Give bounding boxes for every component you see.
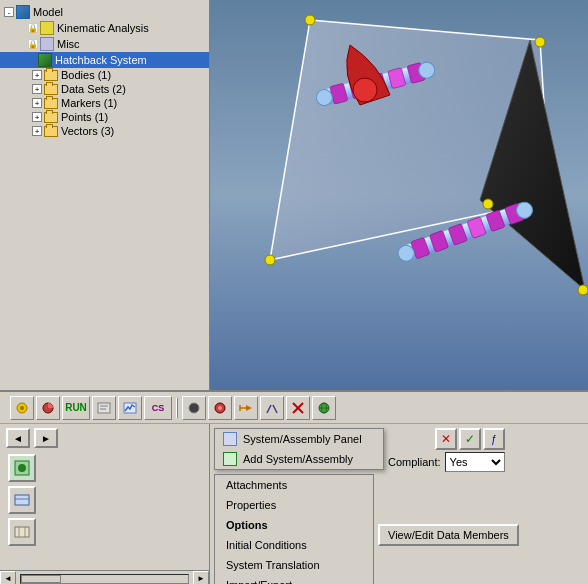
menu-list-import-export[interactable]: Import/Export [215,575,373,584]
lock-misc: 🔒 [28,39,38,49]
compliant-select[interactable]: Yes No [445,452,505,472]
expand-datasets[interactable]: + [32,84,42,94]
sidebar-label-datasets: Data Sets (2) [61,83,126,95]
scene-svg [210,0,588,390]
menu-item-system-assembly-panel[interactable]: System/Assembly Panel [215,429,383,449]
svg-rect-48 [15,495,29,505]
svg-point-33 [189,403,199,413]
cs-label: CS [152,403,165,413]
top-area: - Model 🔒 Kinematic Analysis 🔒 Misc [0,0,588,390]
expand-bodies[interactable]: + [32,70,42,80]
sidebar-label-kinematic: Kinematic Analysis [57,22,149,34]
sidebar-label-points: Points (1) [61,111,108,123]
sidebar-item-hatchback[interactable]: Hatchback System [0,52,209,68]
compliant-row: Compliant: Yes No [388,452,505,472]
icon-btn-2[interactable] [8,486,36,514]
svg-point-5 [265,255,275,265]
scroll-thumb[interactable] [21,575,61,583]
menu-list-attachments[interactable]: Attachments [215,475,373,495]
svg-point-6 [578,285,588,295]
expand-vectors[interactable]: + [32,126,42,136]
toolbar-btn-2[interactable] [36,396,60,420]
toolbar-row: RUN CS [0,392,588,424]
sidebar-item-misc[interactable]: 🔒 Misc [0,36,209,52]
toolbar-btn-5[interactable] [118,396,142,420]
cancel-button[interactable]: ✕ [435,428,457,450]
expand-model[interactable]: - [4,7,14,17]
folder-markers-icon [44,98,58,109]
menu-label-add-system: Add System/Assembly [243,453,353,465]
svg-marker-37 [246,405,252,411]
lock-kinematic: 🔒 [28,23,38,33]
toolbar-btn-1[interactable] [10,396,34,420]
nav-arrows: ◄ ► [0,424,209,452]
menu-view-row: Attachments Properties Options Initial C… [214,474,584,584]
model-icon [16,5,30,19]
scroll-track[interactable] [20,574,189,584]
misc-icon [40,37,54,51]
toolbar-btn-delete[interactable] [286,396,310,420]
menu-list-initial-conditions[interactable]: Initial Conditions [215,535,373,555]
back-button[interactable]: ◄ [6,428,30,448]
icon-btn-3[interactable] [8,518,36,546]
svg-point-7 [483,199,493,209]
svg-point-27 [20,406,24,410]
menu-label-system-assembly: System/Assembly Panel [243,433,362,445]
menu-list-options[interactable]: Options [215,515,373,535]
svg-point-47 [18,464,26,472]
folder-bodies-icon [44,70,58,81]
menu-list: Attachments Properties Options Initial C… [214,474,374,584]
run-label: RUN [65,402,87,413]
top-context-row: System/Assembly Panel Add System/Assembl… [214,428,584,472]
left-nav-panel: ◄ ► [0,424,210,584]
svg-point-16 [353,78,377,102]
menu-list-properties[interactable]: Properties [215,495,373,515]
expand-points[interactable]: + [32,112,42,122]
icon-btn-1[interactable] [8,454,36,482]
scroll-right-btn[interactable]: ► [193,571,209,585]
sidebar-item-markers[interactable]: + Markers (1) [0,96,209,110]
folder-datasets-icon [44,84,58,95]
scroll-left-icon: ◄ [4,574,12,583]
folder-vectors-icon [44,126,58,137]
bottom-panels: ◄ ► [0,424,588,584]
sidebar-item-kinematic[interactable]: 🔒 Kinematic Analysis [0,20,209,36]
toolbar-btn-8[interactable] [208,396,232,420]
sidebar-label-vectors: Vectors (3) [61,125,114,137]
forward-icon: ► [41,433,51,444]
sidebar-item-points[interactable]: + Points (1) [0,110,209,124]
toolbar-btn-7[interactable] [182,396,206,420]
toolbar-btn-cs[interactable]: CS [144,396,172,420]
ok-button[interactable]: ✓ [459,428,481,450]
sidebar-item-bodies[interactable]: + Bodies (1) [0,68,209,82]
sidebar-item-vectors[interactable]: + Vectors (3) [0,124,209,138]
toolbar-btn-run[interactable]: RUN [62,396,90,420]
main-container: - Model 🔒 Kinematic Analysis 🔒 Misc [0,0,588,584]
toolbar-btn-globe[interactable] [312,396,336,420]
action-buttons-row: ✕ ✓ ƒ [388,428,505,450]
sidebar-item-model[interactable]: - Model [0,4,209,20]
viewport[interactable] [210,0,588,390]
sidebar-label-misc: Misc [57,38,80,50]
toolbar-btn-4[interactable] [92,396,116,420]
svg-line-40 [273,405,277,413]
scroll-right-icon: ► [197,574,205,583]
expand-markers[interactable]: + [32,98,42,108]
view-edit-button[interactable]: View/Edit Data Members [378,524,519,546]
svg-rect-50 [15,527,29,537]
scroll-left-btn[interactable]: ◄ [0,571,16,585]
svg-point-3 [305,15,315,25]
folder-points-icon [44,112,58,123]
forward-button[interactable]: ► [34,428,58,448]
sidebar-item-datasets[interactable]: + Data Sets (2) [0,82,209,96]
sidebar-label-bodies: Bodies (1) [61,69,111,81]
menu-list-system-translation[interactable]: System Translation [215,555,373,575]
formula-button[interactable]: ƒ [483,428,505,450]
menu-item-add-system-assembly[interactable]: Add System/Assembly [215,449,383,469]
context-panel: System/Assembly Panel Add System/Assembl… [210,424,588,584]
compliant-label: Compliant: [388,456,441,468]
hatchback-icon [38,53,52,67]
view-edit-container: View/Edit Data Members [378,474,519,546]
toolbar-btn-10[interactable] [260,396,284,420]
toolbar-btn-9[interactable] [234,396,258,420]
